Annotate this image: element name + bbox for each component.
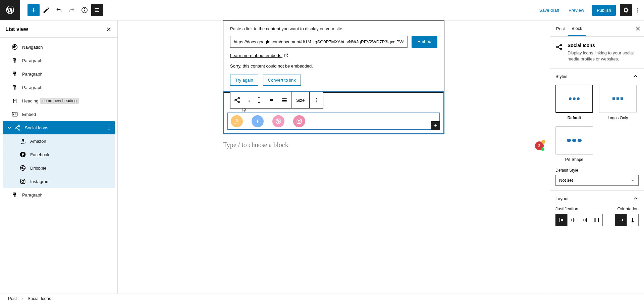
breadcrumb-block[interactable]: Social Icons [28,296,51,301]
wordpress-logo[interactable] [0,0,20,20]
list-item-embed[interactable]: Embed [3,107,115,121]
layout-toggle[interactable]: Layout [555,196,639,202]
orientation-horizontal-button[interactable] [615,214,627,226]
social-facebook-icon[interactable] [252,115,264,127]
try-again-button[interactable]: Try again [230,75,258,86]
style-logos-only[interactable]: Logos Only [599,85,637,120]
svg-point-35 [248,101,249,102]
drag-handle-icon[interactable] [244,92,254,108]
block-info: Social Icons Display icons linking to yo… [550,37,644,69]
list-view-toggle-icon[interactable] [91,4,103,16]
toolbar-more-icon[interactable] [310,92,323,108]
social-instagram-icon[interactable] [293,115,305,127]
default-style-select[interactable]: Not set [555,175,639,186]
list-item-label: Paragraph [22,192,43,198]
svg-rect-59 [561,219,563,221]
undo-icon[interactable] [53,4,65,16]
style-default[interactable]: Default [555,85,593,120]
block-appender-placeholder[interactable]: Type / to choose a block [223,141,444,149]
svg-rect-57 [621,97,623,100]
learn-more-link[interactable]: Learn more about embeds [230,53,437,58]
chevron-down-icon[interactable] [5,125,13,131]
move-up-down-icon[interactable] [254,92,264,108]
list-item-heading[interactable]: Heading some-new-heading [3,94,115,107]
close-icon[interactable] [105,26,112,33]
notification-badge[interactable]: 2 [535,141,544,150]
list-item-facebook[interactable]: Facebook [3,148,115,161]
list-item-paragraph[interactable]: Paragraph [3,67,115,81]
svg-rect-58 [559,218,560,222]
orientation-vertical-button[interactable] [627,214,639,226]
breadcrumb-post[interactable]: Post [8,296,17,301]
justify-right-button[interactable] [579,214,591,226]
redo-icon[interactable] [66,4,78,16]
svg-rect-60 [573,218,574,222]
list-item-label: Amazon [30,139,46,144]
list-item-paragraph[interactable]: Paragraph [3,188,115,202]
size-button[interactable]: Size [291,98,309,103]
social-icons-block[interactable]: Size [223,91,444,134]
list-item-amazon[interactable]: Amazon [3,134,115,148]
svg-point-2 [84,8,85,9]
justify-space-button[interactable] [591,214,603,226]
embed-submit-button[interactable]: Embed [412,36,437,48]
embed-url-input[interactable] [230,36,408,48]
list-item-instagram[interactable]: Instagram [3,175,115,188]
svg-point-7 [637,10,638,11]
chevron-up-icon [633,196,639,202]
edit-tool-icon[interactable] [40,4,52,16]
style-pill-shape[interactable]: Pill Shape [555,126,593,162]
social-amazon-icon[interactable] [231,115,243,127]
justify-center-button[interactable] [567,214,579,226]
embed-block[interactable]: Paste a link to the content you want to … [223,20,444,93]
tab-block[interactable]: Block [568,21,586,36]
list-item-social-icons[interactable]: Social Icons [3,121,115,134]
list-item-navigation[interactable]: Navigation [3,40,115,54]
list-item-dribbble[interactable]: Dribbble [3,161,115,175]
publish-button[interactable]: Publish [592,5,616,16]
styles-section: Styles Default Logos Only Pill Shape [550,69,644,191]
svg-rect-65 [598,218,599,222]
preview-button[interactable]: Preview [565,5,588,15]
svg-point-34 [249,100,250,100]
svg-rect-56 [616,97,619,100]
svg-point-8 [637,11,638,12]
close-icon[interactable] [635,25,641,32]
convert-to-link-button[interactable]: Convert to link [263,75,301,86]
list-item-label: Navigation [22,45,43,50]
save-draft-button[interactable]: Save draft [535,5,563,15]
settings-toggle-button[interactable] [620,4,632,16]
paragraph-icon [11,191,19,199]
default-style-label: Default Style [555,168,639,173]
list-item-paragraph[interactable]: Paragraph [3,81,115,94]
svg-rect-5 [95,11,99,12]
svg-rect-39 [282,98,286,99]
orientation-buttons [615,214,639,226]
add-block-button[interactable] [28,4,40,16]
info-icon[interactable] [78,4,91,16]
justify-left-button[interactable] [555,214,568,226]
social-icons-row[interactable] [227,113,440,130]
svg-rect-55 [612,97,615,100]
list-item-paragraph[interactable]: Paragraph [3,54,115,67]
editor-canvas[interactable]: Paste a link to the content you want to … [118,20,550,294]
add-social-icon-button[interactable] [431,121,440,130]
block-type-icon[interactable] [230,92,244,108]
align-icon[interactable] [278,92,291,108]
more-options-icon[interactable] [633,4,641,16]
paragraph-icon [11,83,19,91]
list-view-title: List view [5,26,28,32]
svg-line-54 [558,47,560,49]
navigation-icon [11,43,19,51]
svg-rect-64 [595,218,595,222]
tab-post[interactable]: Post [553,21,568,35]
list-item-label: Dribbble [30,166,46,171]
justify-left-icon[interactable] [264,92,278,108]
svg-rect-12 [12,112,17,116]
svg-rect-38 [270,99,273,101]
item-more-icon[interactable] [106,125,112,131]
list-item-label: Facebook [30,152,49,157]
styles-toggle[interactable]: Styles [555,73,639,79]
svg-point-20 [109,129,109,130]
social-dribbble-icon[interactable] [272,115,284,127]
